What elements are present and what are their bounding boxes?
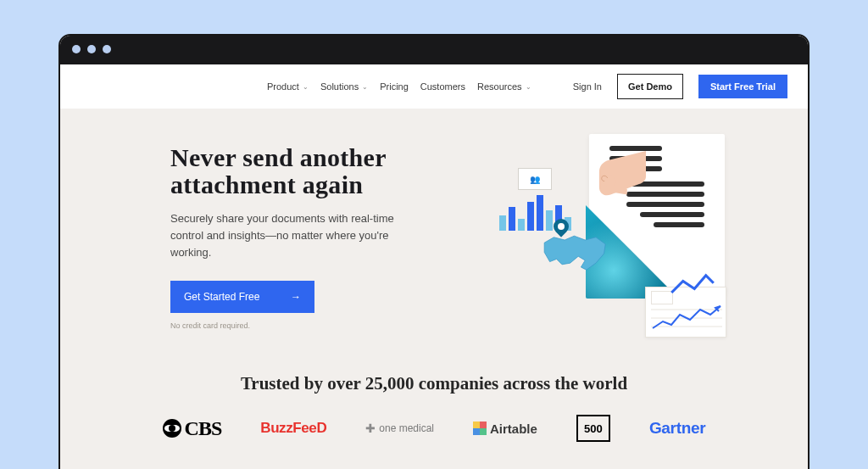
logo-airtable: Airtable — [473, 422, 537, 436]
fivehundred-text: 500 — [584, 422, 603, 435]
logo-row: CBS BuzzFeeD ✚ one medical Airtable 500 … — [60, 415, 808, 442]
nav-left: Product ⌄ Solutions ⌄ Pricing Customers … — [267, 81, 531, 92]
hero-title: Never send another attachment again — [170, 144, 450, 198]
logo-gartner: Gartner — [649, 419, 706, 438]
plus-icon: ✚ — [365, 422, 376, 435]
nav-customers-label: Customers — [420, 81, 465, 92]
window-dot-max[interactable] — [103, 45, 111, 53]
arrow-right-icon: → — [291, 291, 301, 303]
browser-window: Product ⌄ Solutions ⌄ Pricing Customers … — [58, 34, 810, 469]
hero-illustration: 👥 — [467, 144, 760, 341]
logo-500: 500 — [576, 415, 610, 442]
logo-buzzfeed: BuzzFeeD — [260, 420, 326, 437]
gartner-text: Gartner — [649, 419, 706, 437]
nav-customers[interactable]: Customers — [420, 81, 465, 92]
window-titlebar — [60, 36, 808, 64]
map-illustration — [542, 232, 609, 278]
signin-link[interactable]: Sign In — [573, 81, 602, 92]
airtable-mark-icon — [473, 422, 487, 435]
nav-product-label: Product — [267, 81, 299, 92]
nav-solutions-label: Solutions — [320, 81, 359, 92]
nav-resources-label: Resources — [477, 81, 522, 92]
start-trial-button[interactable]: Start Free Trial — [698, 75, 787, 98]
top-nav: Product ⌄ Solutions ⌄ Pricing Customers … — [60, 64, 808, 109]
buzzfeed-text: BuzzFeeD — [260, 420, 326, 436]
cbs-text: CBS — [185, 417, 222, 440]
cbs-eye-icon — [163, 419, 181, 438]
cta-fineprint: No credit card required. — [170, 321, 450, 330]
nav-pricing[interactable]: Pricing — [380, 81, 409, 92]
hero-title-line2: attachment again — [170, 170, 363, 198]
logo-onemedical: ✚ one medical — [365, 422, 434, 435]
hero-subtitle: Securely share your documents with real-… — [170, 210, 425, 261]
hand-illustration — [574, 151, 650, 219]
people-thumbnail-icon: 👥 — [518, 168, 552, 190]
cta-label: Get Started Free — [184, 291, 259, 303]
proof-headline: Trusted by over 25,000 companies across … — [60, 373, 808, 394]
get-started-button[interactable]: Get Started Free → — [170, 281, 314, 313]
chevron-down-icon: ⌄ — [362, 83, 368, 91]
onemedical-text: one medical — [379, 422, 434, 434]
chevron-down-icon: ⌄ — [526, 83, 531, 91]
hero-section: Never send another attachment again Secu… — [60, 109, 808, 363]
nav-solutions[interactable]: Solutions ⌄ — [320, 81, 368, 92]
nav-resources[interactable]: Resources ⌄ — [477, 81, 531, 92]
airtable-text: Airtable — [490, 422, 537, 436]
logo-cbs: CBS — [163, 417, 222, 440]
trend-chart-illustration — [645, 287, 726, 338]
chevron-down-icon: ⌄ — [303, 83, 309, 91]
social-proof: Trusted by over 25,000 companies across … — [60, 363, 808, 469]
nav-pricing-label: Pricing — [380, 81, 409, 92]
window-dot-close[interactable] — [72, 45, 81, 53]
nav-product[interactable]: Product ⌄ — [267, 81, 309, 92]
hero-copy: Never send another attachment again Secu… — [170, 144, 450, 341]
get-demo-button[interactable]: Get Demo — [617, 74, 683, 99]
hero-title-line1: Never send another — [170, 143, 387, 171]
window-dot-min[interactable] — [87, 45, 96, 53]
